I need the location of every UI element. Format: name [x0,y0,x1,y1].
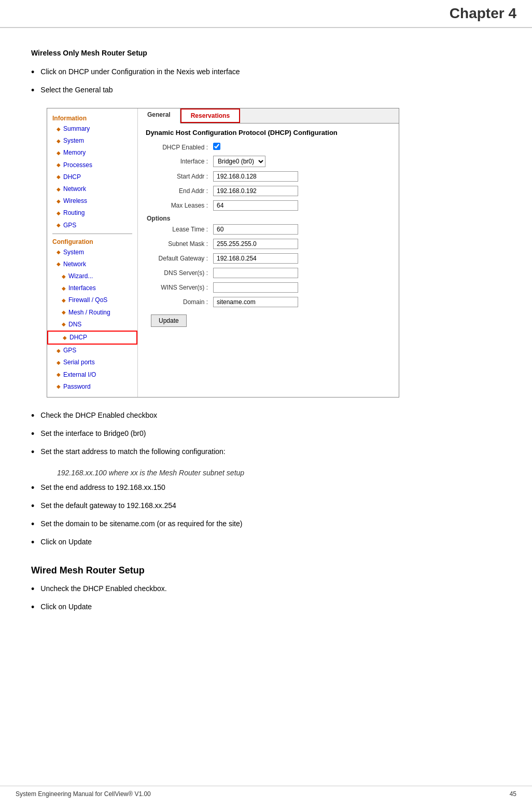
domain-input[interactable] [213,297,298,307]
wins-servers-value [213,282,391,293]
dns-servers-row: DNS Server(s) : [146,268,391,278]
default-gateway-label: Default Gateway : [146,255,213,262]
sidebar-item-system-config[interactable]: ◆ System [47,246,137,258]
interface-row: Interface : Bridge0 (br0) [146,156,391,167]
diamond-icon: ◆ [57,197,61,206]
panel-content: Dynamic Host Configuration Protocol (DHC… [138,124,399,332]
bullet-item: Check the DHCP Enabled checkbox [31,410,501,423]
diamond-icon: ◆ [57,173,61,181]
sidebar-item-firewall[interactable]: ◆ Firewall / QoS [47,294,137,306]
diamond-icon: ◆ [57,260,61,268]
sidebar-item-mesh-routing[interactable]: ◆ Mesh / Routing [47,307,137,319]
diamond-icon: ◆ [57,347,61,355]
diamond-icon: ◆ [57,161,61,169]
sidebar-item-serial-ports[interactable]: ◆ Serial ports [47,357,137,368]
wireless-section-heading: Wireless Only Mesh Router Setup [31,49,501,57]
sidebar-item-routing[interactable]: ◆ Routing [47,207,137,219]
max-leases-row: Max Leases : [146,200,391,211]
config-section-label: Configuration [47,236,137,246]
lease-time-value [213,224,391,235]
diamond-icon: ◆ [57,137,61,145]
diamond-icon: ◆ [57,221,61,229]
subnet-mask-input[interactable] [213,239,298,249]
diamond-icon: ◆ [57,371,61,379]
max-leases-input[interactable] [213,200,298,211]
panel-title: Dynamic Host Configuration Protocol (DHC… [146,129,391,136]
lease-time-label: Lease Time : [146,226,213,233]
dns-servers-input[interactable] [213,268,298,278]
bullet-item: Select the General tab [31,85,501,98]
sidebar-item-memory[interactable]: ◆ Memory [47,147,137,159]
screenshot-inner: Information ◆ Summary ◆ System ◆ Memory … [47,108,399,397]
update-row: Update [146,311,391,327]
end-addr-input[interactable] [213,186,298,196]
sidebar: Information ◆ Summary ◆ System ◆ Memory … [47,108,138,397]
max-leases-label: Max Leases : [146,202,213,209]
sidebar-item-network-config[interactable]: ◆ Network [47,258,137,270]
domain-value [213,297,391,307]
wins-servers-input[interactable] [213,282,298,293]
lease-time-row: Lease Time : [146,224,391,235]
tab-general[interactable]: General [138,108,180,124]
sidebar-item-system-info[interactable]: ◆ System [47,135,137,147]
start-addr-label: Start Addr : [146,173,213,180]
sidebar-item-network-info[interactable]: ◆ Network [47,183,137,195]
bullet-item: Click on Update [31,601,501,614]
bullet-item: Set the domain to be sitename.com (or as… [31,518,501,531]
wins-servers-label: WINS Server(s) : [146,284,213,291]
page-header: Chapter 4 [0,0,532,28]
bullet-item: Click on Update [31,537,501,550]
end-addr-value [213,186,391,196]
lease-time-input[interactable] [213,224,298,235]
interface-select[interactable]: Bridge0 (br0) [213,156,265,167]
wired-section-heading: Wired Mesh Router Setup [31,565,501,576]
default-gateway-input[interactable] [213,253,298,264]
sidebar-item-interfaces[interactable]: ◆ Interfaces [47,282,137,294]
dhcp-enabled-row: DHCP Enabled : [146,143,391,152]
diamond-icon: ◆ [57,149,61,157]
dhcp-enabled-value [213,143,391,152]
dhcp-enabled-checkbox[interactable] [213,143,220,150]
sidebar-item-gps-config[interactable]: ◆ GPS [47,345,137,357]
sidebar-item-password[interactable]: ◆ Password [47,381,137,393]
start-addr-input[interactable] [213,171,298,182]
interface-value: Bridge0 (br0) [213,156,391,167]
footer-left: System Engineering Manual for CellView® … [16,790,151,798]
max-leases-value [213,200,391,211]
diamond-icon: ◆ [62,272,66,281]
sidebar-item-external-io[interactable]: ◆ External I/O [47,369,137,381]
dhcp-enabled-label: DHCP Enabled : [146,144,213,151]
dhcp-screenshot: Information ◆ Summary ◆ System ◆ Memory … [47,108,399,398]
diamond-icon: ◆ [57,248,61,256]
sidebar-item-dhcp-info[interactable]: ◆ DHCP [47,171,137,183]
sidebar-item-wizard[interactable]: ◆ Wizard... [47,270,137,282]
default-gateway-value [213,253,391,264]
subnet-mask-label: Subnet Mask : [146,240,213,248]
tab-bar: General Reservations [138,108,399,124]
footer-right: 45 [510,790,516,798]
diamond-icon: ◆ [62,308,66,317]
start-addr-value [213,171,391,182]
diamond-icon: ◆ [57,185,61,194]
wired-bullets: Uncheck the DHCP Enabled checkbox. Click… [31,583,501,614]
update-button[interactable]: Update [151,314,187,327]
main-panel: General Reservations Dynamic Host Config… [138,108,399,397]
sidebar-item-wireless[interactable]: ◆ Wireless [47,195,137,207]
wireless-bullets-after: Check the DHCP Enabled checkbox Set the … [31,410,501,459]
sidebar-item-dns[interactable]: ◆ DNS [47,319,137,331]
end-addr-row: End Addr : [146,186,391,196]
tab-reservations[interactable]: Reservations [180,108,240,123]
chapter-title: Chapter 4 [450,5,516,21]
sidebar-item-gps-info[interactable]: ◆ GPS [47,220,137,231]
subnet-mask-value [213,239,391,249]
dns-servers-label: DNS Server(s) : [146,269,213,277]
sidebar-item-dhcp-config[interactable]: ◆ DHCP [47,331,137,345]
wireless-bullets-before: Click on DHCP under Configuration in the… [31,66,501,98]
bullet-item: Set the end address to 192.168.xx.150 [31,482,501,495]
end-addr-label: End Addr : [146,187,213,195]
domain-label: Domain : [146,298,213,306]
sidebar-item-summary[interactable]: ◆ Summary [47,123,137,135]
diamond-icon: ◆ [62,296,66,305]
sidebar-item-processes[interactable]: ◆ Processes [47,159,137,171]
domain-row: Domain : [146,297,391,307]
